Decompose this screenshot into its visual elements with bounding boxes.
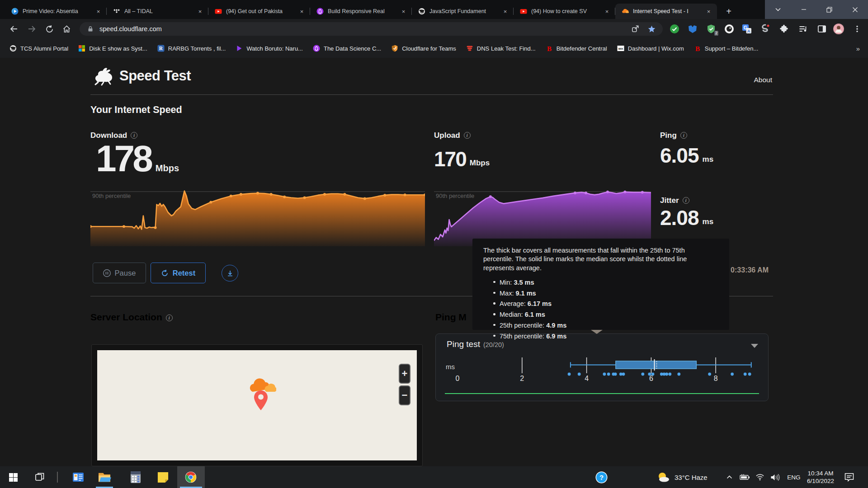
browser-tab-6[interactable]: (94) How to create SV× bbox=[514, 4, 615, 19]
svg-text:?: ? bbox=[599, 474, 603, 481]
bookmark-label: DNS Leak Test: Find... bbox=[477, 45, 536, 52]
tab-close-icon[interactable]: × bbox=[298, 8, 306, 15]
ping-test-title: Ping test(20/20) bbox=[447, 339, 504, 349]
taskbar-app-chrome[interactable] bbox=[177, 466, 205, 488]
extension-shield-icon[interactable]: 2 bbox=[706, 23, 717, 34]
clock[interactable]: 10:34 AM6/10/2022 bbox=[803, 469, 838, 485]
ping-panel-chevron-icon[interactable] bbox=[751, 344, 758, 348]
taskbar-app-stickynotes[interactable] bbox=[152, 466, 174, 488]
reading-list-icon[interactable] bbox=[797, 23, 808, 34]
extension-malwarebytes-icon[interactable] bbox=[687, 23, 698, 34]
map-zoom-out-button[interactable]: − bbox=[399, 385, 410, 405]
bookmark-1[interactable]: TCS Alumni Portal bbox=[5, 45, 73, 52]
retest-button[interactable]: Retest bbox=[151, 263, 206, 283]
download-results-button[interactable] bbox=[222, 265, 238, 282]
tab-close-icon[interactable]: × bbox=[94, 8, 102, 15]
tab-search-icon[interactable] bbox=[765, 0, 791, 19]
profile-avatar[interactable] bbox=[833, 23, 844, 34]
bookmark-favicon: WIX bbox=[617, 45, 624, 52]
map-zoom-in-button[interactable]: + bbox=[399, 364, 410, 384]
server-location-map[interactable]: + − bbox=[91, 344, 423, 466]
tab-favicon bbox=[215, 8, 222, 15]
bookmark-star-icon[interactable] bbox=[646, 24, 656, 34]
browser-tab-4[interactable]: Build Responsive Real× bbox=[310, 4, 412, 19]
taskbar-app-explorer[interactable] bbox=[94, 466, 115, 488]
ping-tick-label: 6 bbox=[649, 375, 653, 383]
wifi-icon[interactable] bbox=[752, 466, 768, 488]
ping-test-panel: Ping test(20/20) ms 02468 bbox=[435, 333, 769, 401]
taskbar-app-calculator[interactable] bbox=[125, 466, 146, 488]
extension-circle-icon[interactable] bbox=[724, 23, 735, 34]
start-button[interactable] bbox=[2, 466, 24, 488]
ping-test-count: (20/20) bbox=[483, 341, 504, 348]
upload-percentile-label: 90th percentile bbox=[436, 192, 474, 199]
browser-tab-3[interactable]: (94) Get out of Pakista× bbox=[208, 4, 310, 19]
taskbar-app-help[interactable]: ? bbox=[590, 466, 612, 488]
back-button[interactable] bbox=[8, 23, 19, 34]
tab-close-icon[interactable]: × bbox=[400, 8, 407, 15]
extension-s-icon[interactable] bbox=[760, 23, 771, 34]
bookmarks-overflow-chevron[interactable]: » bbox=[856, 45, 860, 52]
about-link[interactable]: About bbox=[754, 76, 772, 84]
map-canvas[interactable]: + − bbox=[97, 350, 417, 460]
address-bar[interactable]: speed.cloudflare.com bbox=[80, 22, 663, 36]
ping-boxplot bbox=[436, 355, 769, 383]
bookmark-10[interactable]: BSupport – Bitdefen... bbox=[689, 45, 764, 52]
volume-icon[interactable] bbox=[767, 466, 783, 488]
bookmark-9[interactable]: WIXDashboard | Wix.com bbox=[612, 45, 689, 52]
download-value: 178 Mbps bbox=[96, 143, 179, 174]
bookmark-3[interactable]: RRARBG Torrents , fil... bbox=[152, 45, 231, 52]
ping-tick-label: 4 bbox=[585, 375, 589, 383]
jitter-info-icon[interactable]: i bbox=[683, 197, 689, 204]
bookmark-label: Support – Bitdefen... bbox=[705, 45, 759, 52]
weather-text: 33°C Haze bbox=[675, 474, 708, 481]
close-window-button[interactable] bbox=[842, 0, 868, 19]
tab-title: Internet Speed Test - I bbox=[633, 8, 705, 14]
bookmark-5[interactable]: The Data Science C... bbox=[308, 45, 386, 52]
browser-menu-icon[interactable] bbox=[852, 23, 863, 34]
bookmark-favicon: R bbox=[157, 45, 165, 52]
bookmark-8[interactable]: BBitdefender Central bbox=[541, 45, 612, 52]
taskbar-weather[interactable]: 33°C Haze bbox=[656, 466, 708, 488]
tray-chevron-icon[interactable] bbox=[722, 466, 737, 488]
browser-tab-2[interactable]: All – TIDAL× bbox=[107, 4, 208, 19]
extension-check-icon[interactable] bbox=[669, 23, 680, 34]
task-view-button[interactable] bbox=[29, 466, 51, 488]
server-location-info-icon[interactable]: i bbox=[166, 314, 173, 321]
ping-measurements-title: Ping M bbox=[435, 312, 467, 323]
taskbar-app-mail[interactable] bbox=[67, 466, 89, 488]
forward-button[interactable] bbox=[26, 23, 37, 34]
tab-close-icon[interactable]: × bbox=[705, 8, 712, 15]
battery-icon[interactable] bbox=[737, 466, 752, 488]
bookmark-2[interactable]: Disk E show as Syst... bbox=[73, 45, 152, 52]
minimize-button[interactable] bbox=[791, 0, 816, 19]
extension-translate-icon[interactable]: GA bbox=[741, 23, 752, 34]
share-icon[interactable] bbox=[630, 24, 640, 34]
taskbar: ? 33°C Haze ENG 10:34 AM6/10/2022 bbox=[0, 466, 868, 488]
tab-close-icon[interactable]: × bbox=[603, 8, 611, 15]
ping-info-icon[interactable]: i bbox=[680, 132, 687, 139]
side-panel-icon[interactable] bbox=[816, 23, 827, 34]
bookmark-7[interactable]: DNS Leak Test: Find... bbox=[461, 45, 541, 52]
extensions-puzzle-icon[interactable] bbox=[778, 23, 789, 34]
language-indicator[interactable]: ENG bbox=[784, 466, 804, 488]
notification-center-icon[interactable] bbox=[840, 466, 858, 488]
map-pin-icon bbox=[254, 390, 268, 411]
bookmark-6[interactable]: Cloudflare for Teams bbox=[386, 45, 461, 52]
new-tab-button[interactable]: + bbox=[722, 5, 735, 18]
reload-button[interactable] bbox=[44, 23, 55, 34]
maximize-button[interactable] bbox=[816, 0, 842, 19]
browser-tab-7[interactable]: Internet Speed Test - I× bbox=[615, 4, 717, 19]
tab-favicon bbox=[316, 8, 324, 15]
tab-close-icon[interactable]: × bbox=[501, 8, 509, 15]
home-button[interactable] bbox=[61, 23, 72, 34]
upload-info-icon[interactable]: i bbox=[464, 132, 471, 139]
browser-tab-5[interactable]: JavaScript Fundament× bbox=[412, 4, 514, 19]
server-location-title: Server Locationi bbox=[90, 312, 173, 323]
bookmark-4[interactable]: Watch Boruto: Naru... bbox=[231, 45, 308, 52]
svg-text:A: A bbox=[747, 28, 750, 33]
pause-button[interactable]: Pause bbox=[93, 263, 146, 283]
bookmark-favicon bbox=[9, 45, 17, 52]
tab-close-icon[interactable]: × bbox=[196, 8, 204, 15]
browser-tab-1[interactable]: Prime Video: Absentia× bbox=[5, 4, 107, 19]
